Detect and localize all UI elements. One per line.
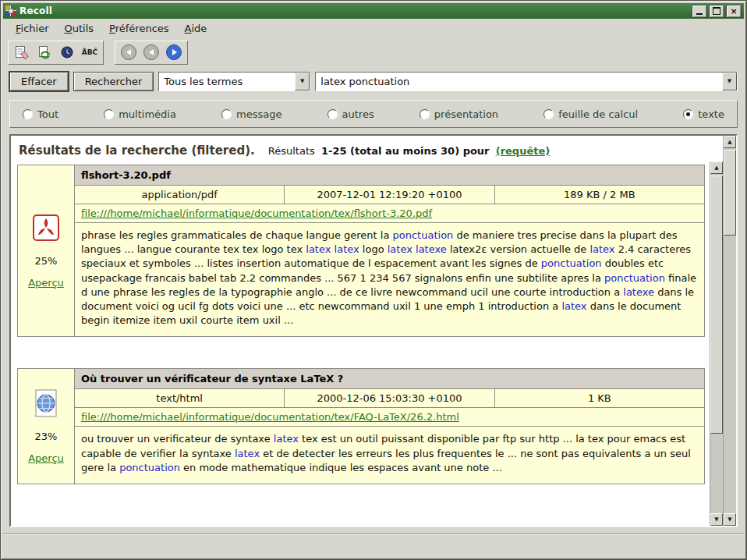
search-input[interactable] <box>316 73 722 90</box>
relevance-percent: 25% <box>35 255 58 267</box>
toolbar: ÂBĈ <box>3 37 744 67</box>
filter-radio-multimedia[interactable]: multimédia <box>104 108 176 120</box>
history-button[interactable] <box>57 43 77 62</box>
search-button[interactable]: Rechercher <box>73 72 154 91</box>
result-main: flshort-3.20.pdf application/pdf 2007-12… <box>75 165 704 336</box>
history-icon <box>60 45 74 59</box>
filter-radio-feuille-de-calcul[interactable]: feuille de calcul <box>543 108 638 120</box>
html-file-icon <box>32 389 60 420</box>
radio-icon <box>420 109 430 119</box>
filter-radio-tout[interactable]: Tout <box>23 108 58 120</box>
search-bar: Effacer Rechercher Tous les termes ▼ ▼ <box>3 67 744 95</box>
chevron-down-icon[interactable]: ▼ <box>295 73 310 90</box>
outer-scroll-track[interactable] <box>724 148 736 513</box>
back-button[interactable] <box>119 43 139 62</box>
results-summary: Résultats 1-25 (total au moins 30) pour … <box>268 145 553 157</box>
menu-fichier[interactable]: Fichier <box>8 21 57 36</box>
radio-icon <box>543 109 554 119</box>
results-range: 1-25 (total au moins 30) pour <box>321 145 490 157</box>
scroll-down-icon[interactable]: ▼ <box>710 513 723 526</box>
search-mode-select[interactable]: Tous les termes ▼ <box>158 72 310 91</box>
scroll-up-icon[interactable]: ▲ <box>710 161 723 174</box>
next-page-button[interactable] <box>164 43 184 62</box>
clear-button[interactable]: Effacer <box>9 72 69 91</box>
preview-link[interactable]: Aperçu <box>28 452 64 464</box>
results-header: Résultats de la recherche (filtered). Ré… <box>11 136 723 161</box>
outer-scroll-thumb[interactable] <box>724 150 736 236</box>
radio-icon <box>221 109 232 119</box>
menu-aide[interactable]: Aide <box>177 21 215 36</box>
menu-preferences[interactable]: Préférences <box>101 21 176 36</box>
preview-link[interactable]: Aperçu <box>28 277 64 289</box>
radio-icon <box>104 109 114 119</box>
result-size: 189 KB / 2 MB <box>495 186 704 204</box>
maximize-button[interactable] <box>709 5 724 18</box>
filter-label: présentation <box>434 108 498 120</box>
status-bar <box>3 535 744 557</box>
outer-scrollbar[interactable]: ▲ ▼ <box>723 136 736 526</box>
inner-scroll-thumb[interactable] <box>710 175 723 434</box>
next-page-icon <box>166 44 182 60</box>
filter-radio-autres[interactable]: autres <box>327 108 374 120</box>
tool-group-nav <box>115 41 188 65</box>
app-icon <box>5 5 16 16</box>
result-item: 25% Aperçu flshort-3.20.pdf application/… <box>17 165 705 337</box>
query-link[interactable]: (requête) <box>496 145 551 157</box>
inner-scrollbar[interactable]: ▲ ▼ <box>710 161 723 526</box>
close-icon: × <box>730 7 737 16</box>
filter-label: texte <box>698 108 724 120</box>
pdf-file-icon <box>32 214 60 245</box>
result-url-link[interactable]: file:///home/michael/informatique/docume… <box>81 207 432 219</box>
result-url-row: file:///home/michael/informatique/docume… <box>75 204 704 223</box>
result-url-link[interactable]: file:///home/michael/informatique/docume… <box>81 411 459 423</box>
result-meta-row: application/pdf 2007-12-01 12:19:20 +010… <box>75 186 704 204</box>
result-item: 23% Aperçu Où trouver un vérificateur de… <box>17 368 705 484</box>
update-index-button[interactable] <box>34 43 55 62</box>
update-index-icon <box>37 45 51 59</box>
results-list: 25% Aperçu flshort-3.20.pdf application/… <box>11 161 710 526</box>
menu-outils[interactable]: Outils <box>57 21 102 36</box>
result-snippet: ou trouver un verificateur de syntaxe la… <box>75 427 704 484</box>
window-controls: × <box>692 5 742 18</box>
filter-label: feuille de calcul <box>558 108 638 120</box>
result-size: 1 KB <box>495 389 704 407</box>
result-mime: application/pdf <box>75 186 285 204</box>
scroll-up-icon[interactable]: ▲ <box>724 136 736 148</box>
clear-search-button[interactable] <box>12 43 32 62</box>
result-mime: text/html <box>75 389 285 407</box>
result-url-row: file:///home/michael/informatique/docume… <box>75 408 704 427</box>
query-combo[interactable]: ▼ <box>315 72 738 91</box>
filter-radio-message[interactable]: message <box>221 108 281 120</box>
term-explorer-icon: ÂBĈ <box>82 48 97 56</box>
results-title: Résultats de la recherche (filtered). <box>19 144 255 158</box>
title-bar[interactable]: Recoll × <box>3 3 744 19</box>
clear-search-icon <box>15 45 29 59</box>
results-body: 25% Aperçu flshort-3.20.pdf application/… <box>11 161 723 526</box>
results-summary-prefix: Résultats <box>268 145 315 157</box>
prev-page-button[interactable] <box>141 43 161 62</box>
results-frame: Résultats de la recherche (filtered). Ré… <box>9 134 738 527</box>
filter-label: multimédia <box>119 108 176 120</box>
inner-scroll-track[interactable] <box>710 174 723 513</box>
filter-label: message <box>236 108 281 120</box>
filter-label: autres <box>342 108 374 120</box>
result-snippet: phrase les regles grammaticales de chaqu… <box>75 223 704 336</box>
minimize-icon <box>696 13 703 15</box>
filter-radio-presentation[interactable]: présentation <box>420 108 498 120</box>
result-title: Où trouver un vérificateur de syntaxe La… <box>75 369 704 389</box>
result-main: Où trouver un vérificateur de syntaxe La… <box>75 369 704 484</box>
term-explorer-button[interactable]: ÂBĈ <box>80 43 100 62</box>
back-icon <box>121 44 136 60</box>
search-mode-value: Tous les termes <box>159 76 295 87</box>
minimize-button[interactable] <box>692 5 707 18</box>
result-title: flshort-3.20.pdf <box>75 165 704 186</box>
scroll-down-icon[interactable]: ▼ <box>724 513 736 526</box>
results-content: Résultats de la recherche (filtered). Ré… <box>11 136 723 526</box>
radio-icon <box>23 109 33 119</box>
close-button[interactable]: × <box>726 5 742 18</box>
result-side-panel: 25% Aperçu <box>18 165 75 336</box>
filter-radio-texte[interactable]: texte <box>683 108 724 120</box>
prev-page-icon <box>143 44 159 60</box>
menu-bar: FichierOutilsPréférencesAide <box>3 19 744 37</box>
chevron-down-icon[interactable]: ▼ <box>722 73 737 90</box>
